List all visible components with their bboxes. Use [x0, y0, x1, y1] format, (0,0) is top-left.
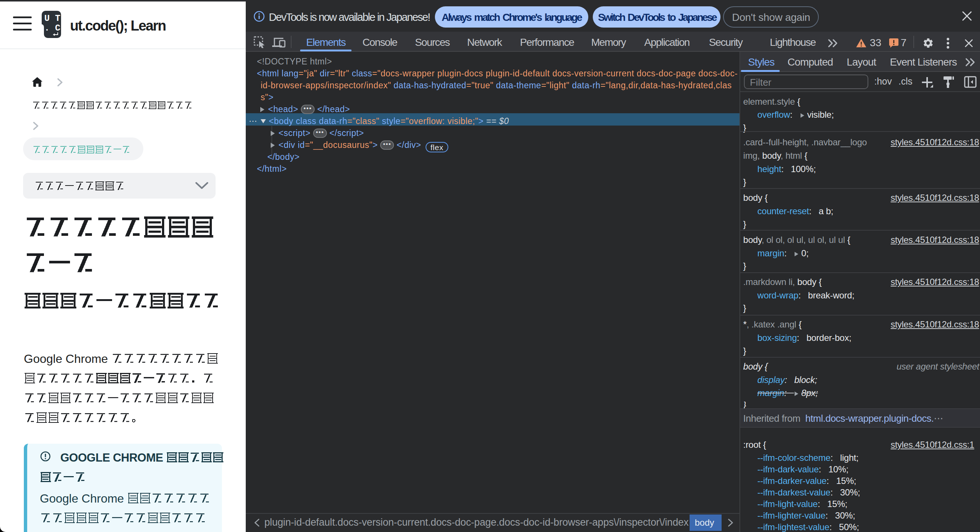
svg-text:U T: U T — [44, 13, 60, 24]
svg-text:. C: . C — [44, 23, 60, 33]
